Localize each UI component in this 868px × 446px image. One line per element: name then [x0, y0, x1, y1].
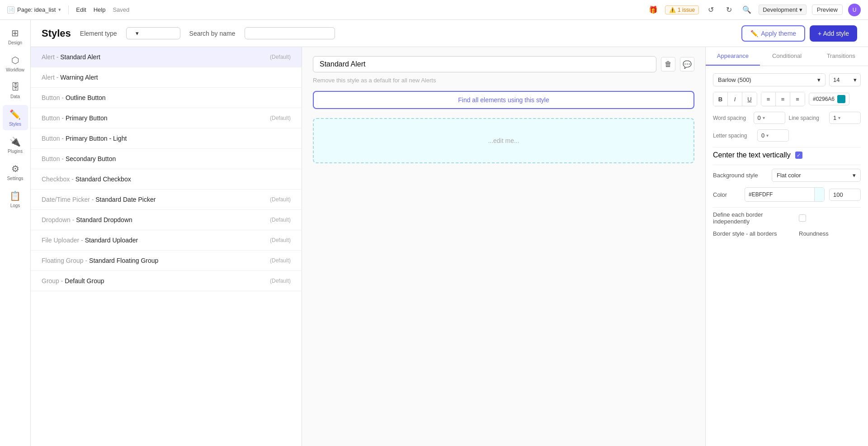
find-elements-button[interactable]: Find all elements using this style [313, 91, 694, 109]
style-row[interactable]: Button - Outline Button [31, 88, 302, 108]
design-icon: ⊞ [11, 28, 19, 38]
italic-button[interactable]: I [728, 92, 742, 106]
letter-spacing-label: Letter spacing [713, 133, 754, 139]
nav-edit[interactable]: Edit [76, 6, 86, 13]
sidebar-item-label: Plugins [8, 149, 23, 154]
divider [713, 147, 861, 147]
center-text-checkbox[interactable]: ✓ [795, 152, 802, 159]
underline-button[interactable]: U [742, 92, 757, 106]
bg-style-value: Flat color [777, 172, 801, 179]
font-size-value: 14 [833, 76, 840, 83]
undo-icon[interactable]: ↺ [704, 4, 717, 16]
sidebar-item-label: Settings [7, 176, 23, 181]
page-title: Styles [42, 28, 71, 39]
sidebar-item-logs[interactable]: 📋 Logs [3, 186, 28, 212]
preview-button[interactable]: Preview [812, 5, 843, 15]
align-left-button[interactable]: ≡ [761, 92, 776, 106]
word-spacing-input[interactable]: 0 ▾ [754, 112, 785, 124]
style-row[interactable]: Checkbox - Standard Checkbox [31, 169, 302, 190]
apply-theme-button[interactable]: ✏️ Apply theme [741, 25, 805, 42]
sidebar-item-settings[interactable]: ⚙ Settings [3, 159, 28, 185]
letter-spacing-chevron-icon: ▾ [766, 133, 769, 138]
align-right-button[interactable]: ≡ [790, 92, 805, 106]
color-label: Color [713, 191, 740, 198]
background-style-row: Background style Flat color ▾ [713, 169, 861, 182]
props-tabs: Appearance Conditional Transitions [706, 47, 868, 66]
style-row[interactable]: Date/Time Picker - Standard Date Picker … [31, 190, 302, 210]
roundness-label: Roundness [799, 230, 829, 237]
element-type-select[interactable]: ▾ [126, 27, 180, 39]
line-spacing-input[interactable]: 1 ▾ [829, 112, 861, 124]
search-label: Search by name [189, 30, 236, 37]
gift-icon[interactable]: 🎁 [647, 4, 660, 16]
style-row[interactable]: Button - Secondary Button [31, 149, 302, 169]
delete-icon[interactable]: 🗑 [661, 57, 675, 71]
saved-indicator: Saved [113, 6, 129, 13]
border-checkbox[interactable] [799, 214, 806, 222]
style-preview[interactable]: ...edit me... [313, 118, 694, 163]
sidebar-item-styles[interactable]: ✏️ Styles [3, 105, 28, 130]
style-row[interactable]: Button - Primary Button - Light [31, 128, 302, 149]
remove-default-text: Remove this style as a default for all n… [313, 77, 694, 84]
opacity-input[interactable]: 100 [829, 189, 861, 201]
style-row[interactable]: Floating Group - Standard Floating Group… [31, 251, 302, 271]
border-style-row: Border style - all borders Roundness [713, 230, 861, 237]
page-indicator[interactable]: 📄 Page: idea_list ▾ [7, 6, 61, 14]
content-area: Styles Element type ▾ Search by name ✏️ … [31, 20, 868, 446]
style-row[interactable]: Alert - Warning Alert [31, 67, 302, 88]
apply-theme-label: Apply theme [761, 30, 796, 37]
color-input-group[interactable]: #EBFDFF [745, 187, 825, 202]
letter-spacing-input[interactable]: 0 ▾ [757, 129, 789, 142]
sidebar-item-workflow[interactable]: ⬡ Workflow [3, 51, 28, 76]
workflow-icon: ⬡ [11, 55, 19, 66]
env-chevron-icon: ▾ [799, 6, 802, 13]
find-elements-label: Find all elements using this style [458, 96, 549, 104]
style-row-text: Alert - Standard Alert [42, 53, 100, 61]
tab-transitions[interactable]: Transitions [814, 47, 868, 66]
style-row[interactable]: Group - Default Group (Default) [31, 271, 302, 291]
issue-badge[interactable]: ⚠️ 1 issue [665, 5, 699, 14]
sidebar-item-design[interactable]: ⊞ Design [3, 24, 28, 49]
properties-panel: Appearance Conditional Transitions Barlo… [705, 47, 868, 446]
avatar[interactable]: U [848, 4, 861, 16]
sidebar-item-label: Styles [9, 122, 21, 127]
text-color-swatch[interactable]: #0296A6 [809, 93, 849, 105]
style-name-input[interactable] [313, 56, 656, 72]
add-style-button[interactable]: + Add style [810, 25, 857, 42]
plugins-icon: 🔌 [9, 136, 21, 147]
header-actions: ✏️ Apply theme + Add style [741, 25, 857, 42]
bold-button[interactable]: B [713, 92, 728, 106]
search-icon[interactable]: 🔍 [741, 4, 753, 16]
style-row-text: Dropdown - Standard Dropdown [42, 216, 132, 223]
bg-style-select[interactable]: Flat color ▾ [772, 169, 861, 182]
font-family-chevron-icon: ▾ [817, 76, 821, 83]
border-style-label: Border style - all borders [713, 230, 794, 237]
styles-header: Styles Element type ▾ Search by name ✏️ … [31, 20, 868, 47]
style-row[interactable]: File Uploader - Standard Uploader (Defau… [31, 230, 302, 251]
style-row[interactable]: Button - Primary Button (Default) [31, 108, 302, 128]
sidebar-item-plugins[interactable]: 🔌 Plugins [3, 132, 28, 157]
redo-icon[interactable]: ↻ [722, 4, 735, 16]
sidebar-item-label: Workflow [6, 67, 24, 72]
props-body: Barlow (500) ▾ 14 ▾ B I U [706, 66, 868, 250]
font-size-chevron-icon: ▾ [854, 76, 857, 83]
align-center-button[interactable]: ≡ [776, 92, 790, 106]
nav-help[interactable]: Help [94, 6, 106, 13]
center-text-row: Center the text vertically ✓ [713, 151, 861, 159]
tab-appearance[interactable]: Appearance [706, 47, 760, 66]
environment-select[interactable]: Development ▾ [759, 5, 807, 15]
color-swatch [814, 188, 824, 201]
search-input[interactable] [245, 27, 335, 39]
style-row[interactable]: Dropdown - Standard Dropdown (Default) [31, 210, 302, 230]
comment-icon[interactable]: 💬 [680, 57, 694, 71]
topbar-right: 🎁 ⚠️ 1 issue ↺ ↻ 🔍 Development ▾ Preview… [647, 4, 861, 16]
divider [713, 165, 861, 165]
font-family-select[interactable]: Barlow (500) ▾ [713, 73, 826, 86]
style-row[interactable]: Alert - Standard Alert (Default) [31, 47, 302, 67]
env-label: Development [763, 6, 797, 13]
tab-conditional[interactable]: Conditional [760, 47, 814, 66]
text-color-value: #0296A6 [813, 96, 835, 102]
sidebar-item-data[interactable]: 🗄 Data [3, 78, 28, 103]
page-chevron-icon[interactable]: ▾ [58, 7, 61, 13]
font-size-select[interactable]: 14 ▾ [829, 73, 861, 86]
